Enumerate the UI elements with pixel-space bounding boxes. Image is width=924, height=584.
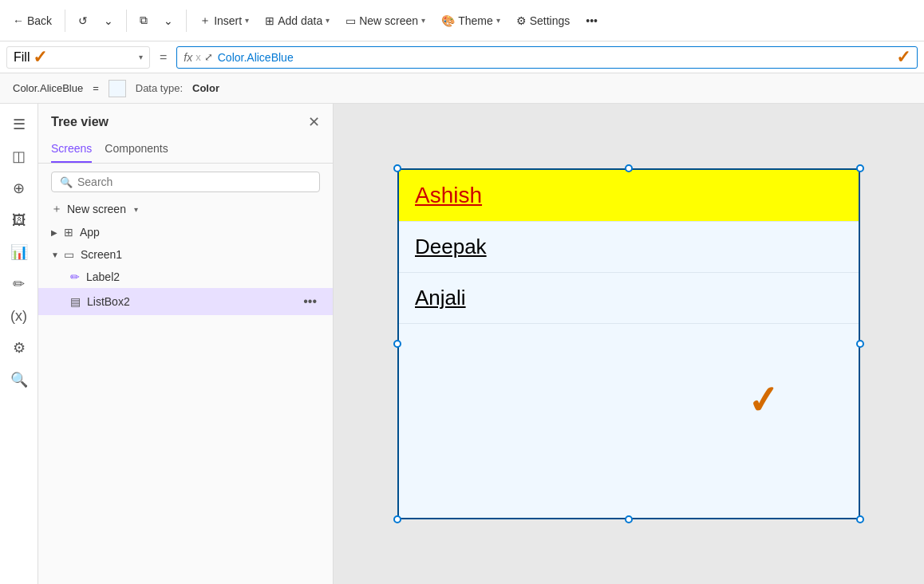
color-info-bar: Color.AliceBlue = Data type: Color xyxy=(0,73,924,104)
main-area: ☰ ◫ ⊕ 🖼 📊 ✏ (x) ⚙ 🔍 Tree view ✕ xyxy=(0,104,924,584)
tab-components[interactable]: Components xyxy=(105,137,168,163)
drawn-checkmark: ✓ xyxy=(745,376,781,423)
media-button[interactable]: 🖼 xyxy=(5,206,34,235)
ashish-label: Ashish xyxy=(415,183,482,207)
brush-button[interactable]: ✏ xyxy=(5,270,34,298)
tree-item-listbox2[interactable]: ▤ ListBox2 ••• xyxy=(38,288,333,315)
hamburger-menu-button[interactable]: ☰ xyxy=(5,110,34,139)
more-options-button[interactable]: ••• xyxy=(579,6,604,35)
formula-input[interactable] xyxy=(218,51,896,64)
layers-button[interactable]: ◫ xyxy=(5,142,34,171)
insert-sidebar-button[interactable]: ⊕ xyxy=(5,174,34,203)
tree-item-label2[interactable]: ✏ Label2 xyxy=(38,266,333,288)
new-screen-row-label: New screen xyxy=(67,203,126,215)
tree-header: Tree view ✕ xyxy=(38,104,333,137)
color-expression: Color.AliceBlue xyxy=(13,82,83,94)
tree-view-title: Tree view xyxy=(51,115,109,129)
listbox-widget[interactable]: Ashish Deepak Anjali ✓ xyxy=(397,168,860,519)
theme-button[interactable]: 🎨 Theme ▾ xyxy=(435,6,507,35)
plus-circle-icon: ⊕ xyxy=(13,180,25,197)
undo-button[interactable]: ↺ xyxy=(72,6,94,35)
list-item-deepak[interactable]: Deepak xyxy=(399,222,859,273)
handle-bottom-left[interactable] xyxy=(393,515,401,523)
app-label: App xyxy=(80,226,320,239)
more-icon: ••• xyxy=(586,14,598,27)
copy-button[interactable]: ⧉ xyxy=(133,6,154,35)
screen-icon: ▭ xyxy=(64,248,74,261)
label2-icon: ✏ xyxy=(70,270,80,283)
handle-top-center[interactable] xyxy=(625,164,633,172)
handle-bottom-right[interactable] xyxy=(856,515,864,523)
sidebar-icons: ☰ ◫ ⊕ 🖼 📊 ✏ (x) ⚙ 🔍 xyxy=(0,104,38,584)
back-button[interactable]: ← Back xyxy=(6,6,58,35)
search-box: 🔍 xyxy=(51,172,320,192)
deepak-label: Deepak xyxy=(415,235,487,258)
equals-sign: = xyxy=(156,50,170,65)
variable-button[interactable]: (x) xyxy=(5,302,34,330)
undo-dropdown-button[interactable]: ⌄ xyxy=(97,6,120,35)
screens-tab-label: Screens xyxy=(51,142,92,155)
formula-bar: Fill ✓ ▾ = fx x ⤢ ✓ xyxy=(0,41,924,73)
tree-item-app[interactable]: ▶ ⊞ App xyxy=(38,221,333,243)
new-screen-row[interactable]: ＋ New screen ▾ xyxy=(38,197,333,221)
chevron-down-icon-3: ▾ xyxy=(245,16,249,25)
handle-top-left[interactable] xyxy=(393,164,401,172)
insert-label: Insert xyxy=(214,14,242,27)
handle-middle-left[interactable] xyxy=(393,340,401,348)
new-screen-icon: ▭ xyxy=(346,14,356,27)
search-icon-inner: 🔍 xyxy=(60,176,73,188)
listbox2-more-button[interactable]: ••• xyxy=(300,293,320,310)
fx-label: fx xyxy=(184,51,192,64)
settings-label: Settings xyxy=(530,14,571,27)
tree-item-screen1[interactable]: ▼ ▭ Screen1 xyxy=(38,243,333,266)
list-item-anjali[interactable]: Anjali xyxy=(399,273,859,324)
divider-1 xyxy=(65,10,65,32)
new-screen-button[interactable]: ▭ New screen ▾ xyxy=(339,6,432,35)
list-item-ashish[interactable]: Ashish xyxy=(399,170,859,222)
color-equals: = xyxy=(93,82,99,94)
toolbar: ← Back ↺ ⌄ ⧉ ⌄ ＋ Insert ▾ ⊞ Add data ▾ ▭… xyxy=(0,0,924,41)
search-sidebar-button[interactable]: 🔍 xyxy=(5,365,34,394)
add-data-icon: ⊞ xyxy=(265,14,274,27)
tree-tabs: Screens Components xyxy=(38,137,333,164)
app-icon: ⊞ xyxy=(64,226,73,239)
formula-section[interactable]: fx x ⤢ ✓ xyxy=(176,46,918,69)
formula-checkmark: ✓ xyxy=(896,47,910,68)
settings-button[interactable]: ⚙ Settings xyxy=(510,6,577,35)
canvas-area: Ashish Deepak Anjali ✓ xyxy=(334,104,924,584)
anjali-label: Anjali xyxy=(415,286,466,310)
controls-icon: ⚙ xyxy=(13,339,26,357)
chart-icon: 📊 xyxy=(10,243,28,261)
theme-icon: 🎨 xyxy=(441,14,455,27)
fill-property-dropdown[interactable]: Fill ✓ ▾ xyxy=(6,46,150,69)
image-icon: 🖼 xyxy=(12,212,26,229)
tree-view-panel: Tree view ✕ Screens Components 🔍 ＋ New s… xyxy=(38,104,334,584)
expand-icon-screen1: ▼ xyxy=(51,251,61,259)
analytics-button[interactable]: 📊 xyxy=(5,238,34,266)
add-data-label: Add data xyxy=(278,14,322,27)
undo-icon: ↺ xyxy=(78,14,88,27)
tree-close-button[interactable]: ✕ xyxy=(308,113,320,131)
handle-middle-right[interactable] xyxy=(856,340,864,348)
copy-dropdown-button[interactable]: ⌄ xyxy=(157,6,180,35)
back-label: Back xyxy=(27,14,52,27)
expand-icon-app: ▶ xyxy=(51,228,61,237)
tab-screens[interactable]: Screens xyxy=(51,137,92,163)
expand-icon: ⤢ xyxy=(204,51,213,63)
chevron-down-icon-5: ▾ xyxy=(421,16,425,25)
chevron-down-icon-4: ▾ xyxy=(326,16,330,25)
chevron-down-icon-2: ⌄ xyxy=(164,14,173,27)
divider-2 xyxy=(126,10,127,32)
fill-label: Fill xyxy=(14,50,30,65)
handle-bottom-center[interactable] xyxy=(625,515,633,523)
controls-button[interactable]: ⚙ xyxy=(5,333,34,362)
fill-checkmark: ✓ xyxy=(33,47,47,68)
search-input[interactable] xyxy=(77,176,311,188)
add-data-button[interactable]: ⊞ Add data ▾ xyxy=(259,6,336,35)
settings-icon: ⚙ xyxy=(516,14,527,27)
handle-top-right[interactable] xyxy=(856,164,864,172)
divider-3 xyxy=(186,10,187,32)
search-icon: 🔍 xyxy=(10,371,28,389)
insert-button[interactable]: ＋ Insert ▾ xyxy=(193,6,255,35)
data-type-value: Color xyxy=(192,82,219,94)
